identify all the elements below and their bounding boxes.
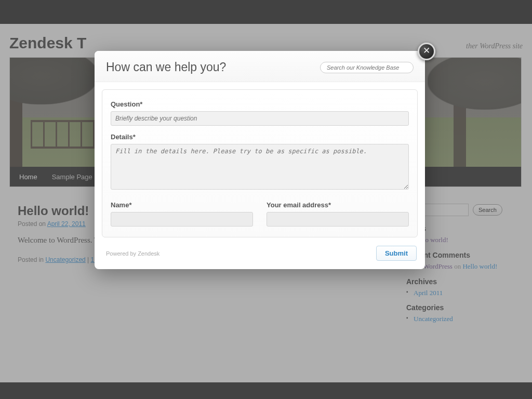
question-input[interactable]: [111, 111, 409, 126]
close-button[interactable]: ✕: [418, 43, 435, 60]
details-textarea[interactable]: [111, 144, 409, 190]
close-icon: ✕: [423, 46, 430, 56]
question-label: Question*: [111, 100, 409, 108]
submit-button[interactable]: Submit: [376, 246, 417, 261]
details-label: Details*: [111, 133, 409, 141]
powered-by-text: Powered by Zendesk: [106, 250, 159, 257]
modal-title: How can we help you?: [106, 60, 226, 74]
email-label: Your email address*: [267, 201, 409, 209]
name-input[interactable]: [111, 212, 253, 227]
help-modal: How can we help you? Question* Details* …: [95, 51, 425, 269]
kb-search-input[interactable]: [320, 62, 414, 73]
name-label: Name*: [111, 201, 253, 209]
email-input[interactable]: [267, 212, 409, 227]
